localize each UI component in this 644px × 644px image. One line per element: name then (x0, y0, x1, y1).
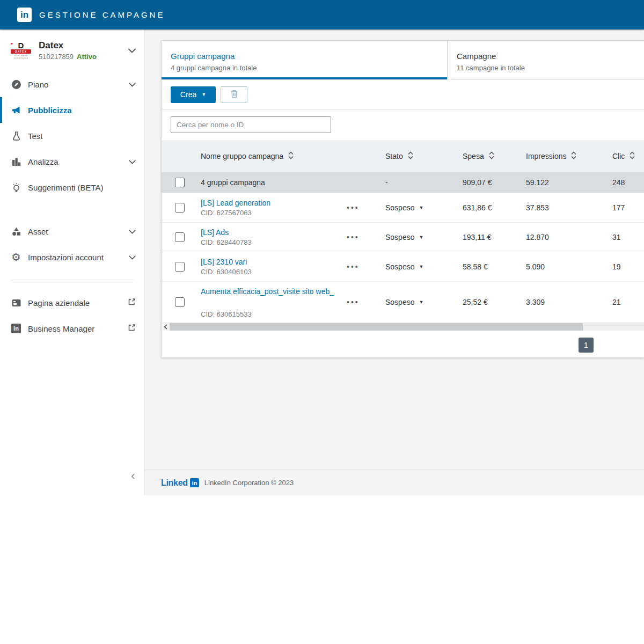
more-options-icon[interactable]: ••• (347, 298, 360, 306)
row-checkbox[interactable] (175, 297, 185, 307)
column-label: Stato (385, 152, 403, 160)
delete-button[interactable] (221, 86, 247, 103)
cell-clic: 19 (612, 262, 644, 271)
sidebar-collapse-button[interactable]: ‹ (127, 470, 140, 482)
status-label: Sospeso (385, 233, 414, 241)
bar-chart-icon (11, 156, 21, 167)
sort-icon (488, 151, 495, 161)
chevron-down-icon (129, 79, 136, 89)
more-options-icon[interactable]: ••• (347, 203, 360, 212)
account-selector[interactable]: D DATEX SOFTWARE SOLUTIONS Datex 5102178… (0, 30, 144, 70)
status-dropdown[interactable]: Sospeso▼ (385, 262, 463, 271)
cell-spesa: 193,11 € (463, 233, 526, 241)
sidebar-item-analizza[interactable]: Analizza (0, 149, 144, 174)
tab-campagne[interactable]: Campagne 11 campagne in totale (448, 41, 644, 79)
row-checkbox[interactable] (175, 232, 185, 242)
status-dropdown[interactable]: Sospeso▼ (385, 203, 463, 212)
select-all-checkbox[interactable] (175, 178, 185, 187)
linkedin-wordmark: Linked in (161, 478, 199, 488)
summary-spesa: 909,07 € (463, 178, 526, 187)
summary-name: 4 gruppi campagna (201, 178, 347, 187)
cell-clic: 31 (612, 233, 644, 241)
sort-icon (629, 151, 635, 161)
column-label: Spesa (463, 152, 484, 160)
linkedin-logo-icon[interactable]: in (17, 8, 32, 22)
summary-stato: - (385, 178, 463, 187)
cell-clic: 177 (612, 203, 644, 212)
dropdown-arrow-icon: ▼ (201, 92, 206, 97)
search-input[interactable] (171, 116, 331, 133)
tab-gruppi-campagna[interactable]: Gruppi campagna 4 gruppi campagna in tot… (162, 41, 448, 79)
dropdown-arrow-icon: ▼ (419, 235, 423, 240)
status-label: Sospeso (385, 203, 414, 212)
chevron-down-icon (129, 252, 136, 262)
sidebar-item-piano[interactable]: Piano (0, 71, 144, 97)
toolbar: Crea ▼ (162, 79, 644, 109)
page-1-button[interactable]: 1 (579, 338, 594, 353)
sidebar-item-asset[interactable]: Asset (0, 218, 144, 244)
sidebar-item-pagina-aziendale[interactable]: Pagina aziendale (0, 290, 144, 316)
column-header-spesa[interactable]: Spesa (463, 151, 526, 161)
cell-spesa: 58,58 € (463, 262, 526, 271)
column-label: Impressions (526, 152, 566, 160)
sidebar-item-label: Piano (28, 80, 126, 89)
create-button[interactable]: Crea ▼ (171, 86, 216, 103)
sidebar-item-test[interactable]: Test (0, 123, 144, 149)
row-checkbox[interactable] (175, 262, 185, 272)
megaphone-icon (11, 105, 21, 115)
scrollbar-thumb[interactable] (170, 323, 583, 331)
datex-wordmark: DATEX (11, 49, 31, 54)
sidebar-item-label: Pubblicizza (28, 106, 136, 115)
flask-icon (11, 130, 21, 141)
campaign-group-cid: CID: 630406103 (201, 268, 347, 276)
campaign-groups-card: Gruppi campagna 4 gruppi campagna in tot… (161, 40, 644, 358)
scrollbar-track[interactable] (583, 323, 644, 331)
footer: Linked in LinkedIn Corporation © 2023 (145, 470, 644, 495)
sidebar-item-suggerimenti[interactable]: Suggerimenti (BETA) (0, 174, 144, 200)
scroll-left-arrow[interactable] (162, 323, 170, 331)
sidebar-nav: Piano Pubblicizza Test (0, 71, 144, 341)
sidebar-item-label: Test (28, 131, 136, 141)
summary-clic: 248 (612, 178, 644, 187)
sidebar-item-pubblicizza[interactable]: Pubblicizza (0, 97, 144, 123)
chevron-down-icon (128, 46, 136, 55)
column-header-stato[interactable]: Stato (385, 151, 463, 161)
sidebar-item-label: Asset (28, 227, 126, 236)
column-header-clic[interactable]: Clic (612, 151, 644, 161)
campaign-group-cid: CID: 630615533 (201, 310, 347, 318)
sidebar-item-label: Business Manager (28, 324, 125, 333)
dropdown-arrow-icon: ▼ (419, 205, 423, 210)
cell-spesa: 631,86 € (463, 203, 526, 212)
campaign-group-cid: CID: 628440783 (201, 238, 347, 246)
status-dropdown[interactable]: Sospeso▼ (385, 298, 463, 306)
row-checkbox[interactable] (175, 203, 185, 213)
sidebar-item-label: Impostazioni account (28, 253, 126, 262)
gear-icon: ⚙ (11, 252, 21, 262)
create-button-label: Crea (180, 90, 196, 99)
search-row (162, 109, 644, 140)
status-dropdown[interactable]: Sospeso▼ (385, 233, 463, 241)
pagination-row: 1 (162, 331, 644, 358)
campaign-group-link[interactable]: [LS] Ads (201, 228, 340, 237)
campaign-manager-app: in GESTIONE CAMPAGNE D DATEX SOFTWARE SO… (0, 0, 644, 644)
company-page-icon (11, 297, 21, 308)
tab-subtitle: 4 gruppi campagna in totale (171, 64, 447, 72)
main-content: Gruppi campagna 4 gruppi campagna in tot… (145, 30, 644, 495)
campaign-group-link[interactable]: [LS] 2310 vari (201, 258, 340, 266)
sidebar-item-impostazioni-account[interactable]: ⚙ Impostazioni account (0, 244, 144, 270)
compass-icon (11, 79, 21, 90)
column-header-nome[interactable]: Nome gruppo campagna (201, 151, 347, 161)
column-header-impressions[interactable]: Impressions (526, 151, 612, 161)
linkedin-logo-icon: in (190, 478, 199, 487)
sort-icon (570, 151, 577, 161)
top-header-bar: in GESTIONE CAMPAGNE (0, 0, 644, 30)
cell-impressions: 5.090 (526, 262, 612, 271)
account-id: 510217859 (39, 53, 74, 61)
sidebar-item-business-manager[interactable]: in Business Manager (0, 316, 144, 341)
chevron-down-icon (129, 226, 136, 236)
campaign-group-link[interactable]: [LS] Lead generation (201, 199, 340, 207)
horizontal-scrollbar (162, 323, 644, 331)
more-options-icon[interactable]: ••• (347, 233, 360, 241)
more-options-icon[interactable]: ••• (347, 262, 360, 271)
campaign-group-link[interactable]: Aumenta efficacia_post_visite sito web_ (201, 287, 340, 296)
